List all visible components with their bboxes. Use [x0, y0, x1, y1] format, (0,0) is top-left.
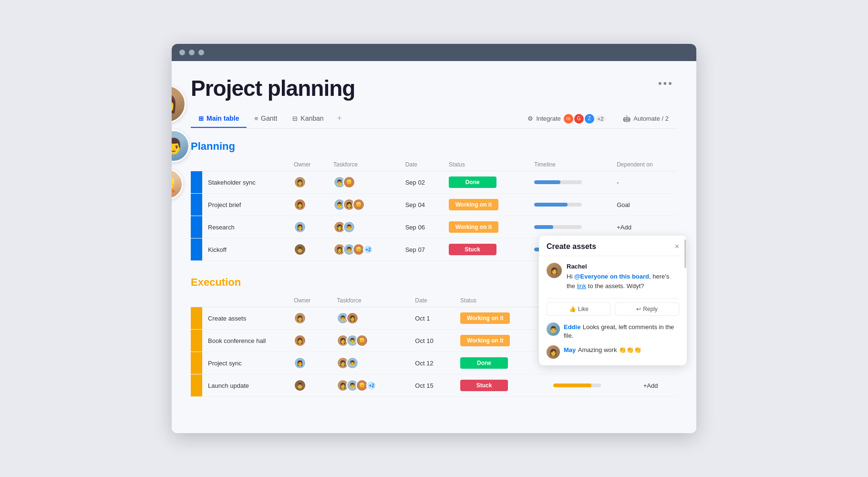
avatar-person-3: 👱: [172, 169, 183, 199]
planning-row-1[interactable]: Stakeholder sync 👩 👨 👱: [191, 171, 677, 194]
reply-icon: ↩: [636, 306, 641, 312]
owner-avatar: 👨: [294, 243, 306, 256]
integrate-label: Integrate: [536, 115, 560, 122]
owner-cell: 👩: [288, 194, 328, 216]
row-indicator: [191, 238, 202, 261]
reply-button[interactable]: ↩ Reply: [615, 302, 679, 316]
th-taskforce: Taskforce: [331, 294, 409, 307]
row-indicator: [191, 216, 202, 238]
integration-badge: +2: [595, 115, 606, 122]
date-cell: Oct 12: [409, 352, 455, 374]
owner-avatar: 👩: [294, 334, 306, 347]
taskforce-cell: 👨 👱: [328, 171, 400, 194]
tf-avatar-2: 👨: [343, 221, 355, 233]
like-button[interactable]: 👍 Like: [547, 302, 611, 316]
zoom-icon: Z: [585, 114, 594, 124]
comment-thread: 👩 Rachel Hi @Everyone on this board, her…: [539, 256, 687, 365]
tab-gantt[interactable]: ≡ Gantt: [247, 110, 285, 128]
timeline-fill: [553, 384, 591, 387]
th-date: Date: [409, 294, 455, 307]
avatar-overflow: +2: [363, 244, 373, 255]
task-name: Stakeholder sync: [202, 171, 288, 194]
gantt-icon: ≡: [254, 115, 258, 122]
dependent-cell: -: [611, 171, 677, 194]
dependent-add[interactable]: +Add: [611, 216, 677, 238]
row-indicator: [191, 352, 202, 374]
timeline-fill: [534, 203, 568, 207]
tf-avatar-2: 👩: [346, 312, 359, 324]
rachel-avatar: 👩: [547, 263, 562, 278]
replies-section: 👨 Eddie Looks great, left comments in th…: [547, 322, 679, 359]
comment-mention[interactable]: @Everyone on this board: [574, 273, 649, 280]
owner-cell: 👩: [288, 330, 331, 352]
eddie-avatar: 👨: [547, 322, 560, 336]
tab-kanban[interactable]: ⊟ Kanban: [285, 110, 331, 128]
tf-avatar-2: 👨: [346, 357, 359, 369]
more-options-button[interactable]: •••: [654, 75, 677, 92]
planning-row-3[interactable]: Research 👩 👩 👨: [191, 216, 677, 238]
th-date: Date: [400, 158, 443, 171]
tab-main-table[interactable]: ⊞ Main table: [191, 110, 247, 128]
taskforce-cell: 👩 👨 👱 +2: [328, 238, 400, 261]
status-cell: Working on it: [455, 307, 548, 330]
reply-may: 👩 May Amazing work 👏👏👏: [547, 345, 679, 359]
status-cell: Done: [455, 352, 548, 374]
owner-cell: 👨: [288, 238, 328, 261]
browser-window: 👩 👨 👱 Project planning ••• ⊞ Main table …: [172, 44, 696, 433]
th-indicator: [191, 158, 202, 171]
owner-avatar: 👩: [294, 198, 306, 211]
add-tab-button[interactable]: +: [331, 109, 348, 128]
like-label: Like: [578, 306, 589, 312]
task-name: Launch update: [202, 374, 288, 397]
task-name: Book conference hall: [202, 330, 288, 352]
row-indicator: [191, 330, 202, 352]
date-cell: Sep 04: [400, 194, 443, 216]
th-status: Status: [455, 294, 548, 307]
browser-dot-1: [179, 50, 185, 55]
th-task: [202, 294, 288, 307]
date-cell: Oct 10: [409, 330, 455, 352]
status-badge: Working on it: [449, 199, 498, 210]
dependent-cell: Goal: [611, 194, 677, 216]
task-name: Project sync: [202, 352, 288, 374]
tf-avatar-3: 👱: [356, 334, 368, 347]
gmail-icon: G: [574, 114, 584, 124]
like-icon: 👍: [569, 306, 576, 312]
owner-avatar: 👩: [294, 176, 306, 188]
timeline-bar: [553, 384, 601, 387]
status-badge: Working on it: [460, 335, 510, 346]
status-badge: Done: [460, 357, 508, 369]
tab-gantt-label: Gantt: [261, 114, 277, 122]
browser-titlebar: [172, 44, 696, 61]
status-cell: Working on it: [443, 216, 528, 238]
dependent-add[interactable]: +Add: [638, 374, 677, 397]
timeline-bar: [534, 225, 582, 229]
integrate-button[interactable]: ⚙ Integrate m G Z +2: [523, 111, 610, 126]
status-badge: Working on it: [460, 312, 510, 324]
taskforce-cell: 👩 👨: [328, 216, 400, 238]
browser-content: 👩 👨 👱 Project planning ••• ⊞ Main table …: [172, 61, 696, 433]
comment-actions: 👍 Like ↩ Reply: [547, 298, 679, 316]
th-taskforce: Taskforce: [328, 158, 400, 171]
comment-link[interactable]: link: [577, 282, 587, 290]
status-cell: Stuck: [443, 238, 528, 261]
planning-header-row: Owner Taskforce Date Status Timeline Dep…: [191, 158, 677, 171]
panel-scrollbar[interactable]: [684, 236, 687, 365]
planning-row-2[interactable]: Project brief 👩 👨 👩 👱: [191, 194, 677, 216]
timeline-cell: [528, 194, 611, 216]
status-badge: Done: [449, 176, 496, 188]
comment-text: Hi @Everyone on this board, here's the l…: [567, 272, 679, 290]
avatar-person-2: 👨: [172, 130, 190, 162]
owner-cell: 👨: [288, 374, 331, 397]
execution-row-4[interactable]: Launch update 👨 👩 👨 👱: [191, 374, 677, 397]
owner-avatar: 👨: [294, 379, 306, 392]
tabs-bar: ⊞ Main table ≡ Gantt ⊟ Kanban + ⚙ Integr…: [191, 109, 677, 129]
date-cell: Sep 07: [400, 238, 443, 261]
automate-button[interactable]: 🤖 Automate / 2: [618, 112, 673, 125]
row-indicator: [191, 171, 202, 194]
text-after: to the assets. Wdyt?: [586, 282, 644, 290]
owner-cell: 👩: [288, 307, 331, 330]
close-panel-button[interactable]: ×: [675, 243, 679, 250]
timeline-cell: [548, 374, 637, 397]
kanban-icon: ⊟: [292, 115, 298, 122]
